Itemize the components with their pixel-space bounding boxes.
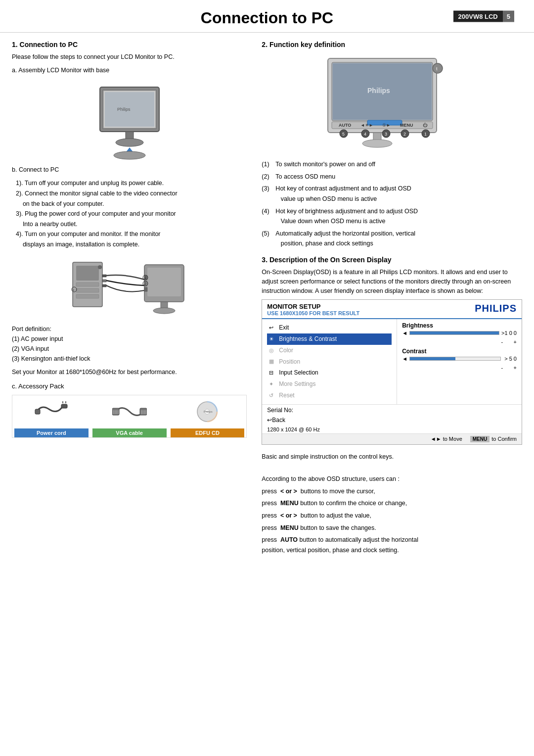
main-content: 1. Connection to PC Please follow the st… (0, 41, 534, 557)
osd-menu-exit: ↩ Exit (267, 322, 392, 333)
accessory-vga-cable: VGA cable (90, 395, 169, 437)
brightness-value: >1 0 0 (501, 330, 517, 336)
svg-text:MENU: MENU (400, 123, 413, 128)
osd-instructions: Basic and simple instruction on the cont… (262, 452, 522, 556)
svg-rect-19 (147, 268, 181, 296)
svg-rect-16 (102, 280, 106, 282)
osd-body: ↩ Exit ☀ Brightness & Contrast ◎ Color ▦… (262, 319, 522, 404)
brightness-icon: ☀ (269, 335, 276, 343)
svg-rect-15 (102, 275, 106, 277)
func-desc-4: Hot key of brightness adjustment and to … (275, 206, 418, 227)
svg-point-8 (114, 151, 145, 159)
power-cord-icon (34, 399, 69, 424)
port-definition: Port definition: (1) AC power input (2) … (12, 324, 247, 364)
connect-label: b. Connect to PC (12, 165, 247, 175)
back-label: ↩Back (267, 417, 285, 424)
accessory-label: c. Accessory Pack (12, 382, 247, 390)
osd-menu-input-selection: ⊟ Input Selection (267, 367, 392, 378)
func-item-5: (5) Automatically adjust the horizontal … (262, 229, 522, 249)
contrast-slider (409, 357, 501, 361)
brightness-pm: - + (402, 339, 517, 345)
reset-icon: ↺ (269, 392, 276, 399)
svg-rect-13 (76, 294, 99, 298)
osd-exit-label: Exit (279, 324, 289, 332)
func-key-svg: Philips t AUTO ◄☀► ①► MENU ⏻ 5 (313, 53, 471, 152)
section2-heading: 2. Function key definition (262, 41, 522, 48)
brightness-left-caret: ◄ (402, 330, 407, 336)
pc-monitor-illustration: 1 2 o (12, 255, 247, 319)
page-header: Connection to PC 200VW8 LCD 5 (0, 0, 534, 33)
func-num-4: (4) (262, 206, 271, 227)
func-item-3: (3) Hot key of contrast adjustment and t… (262, 184, 522, 204)
svg-rect-22 (144, 287, 147, 291)
svg-text:2: 2 (144, 282, 146, 285)
svg-rect-11 (76, 283, 99, 286)
osd-settings-panel: Brightness ◄ >1 0 0 - + Contrast ◄ (397, 319, 522, 404)
svg-point-28 (153, 308, 175, 314)
osd-back: ↩Back (262, 415, 522, 425)
vga-cable-label: VGA cable (92, 428, 167, 437)
osd-menu-more-settings: ✦ More Settings (267, 378, 392, 390)
step-2: 2). Connect the monitor signal cable to … (16, 189, 247, 209)
move-label: ◄► to Move (431, 436, 462, 442)
osd-position-label: Position (279, 358, 300, 366)
contrast-value: > 5 0 (503, 356, 517, 362)
osd-intro: On-Screen Display(OSD) is a feature in a… (262, 268, 522, 295)
osd-footer: ◄► to Move MENU to Confirm (262, 433, 522, 444)
osd-menu-position: ▦ Position (267, 356, 392, 368)
svg-text:①►: ①► (382, 123, 391, 128)
osd-basic-text: Basic and simple instruction on the cont… (262, 452, 522, 462)
input-icon: ⊟ (269, 369, 276, 377)
osd-brand: PHILIPS (475, 303, 517, 314)
edfu-cd-label: EDFU CD (171, 428, 245, 437)
osd-more-label: More Settings (279, 380, 315, 388)
osd-menu-brightness-contrast: ☀ Brightness & Contrast (267, 333, 392, 345)
settings-icon: ✦ (269, 380, 276, 388)
osd-input-label: Input Selection (279, 369, 318, 377)
osd-header: MONITOR SETUP USE 1680X1050 FOR BEST RES… (262, 300, 522, 319)
func-item-4: (4) Hot key of brightness adjustment and… (262, 206, 522, 227)
svg-point-54 (362, 140, 392, 147)
serial-label: Serial No: (267, 407, 293, 414)
monitor-svg: Philips (85, 82, 174, 161)
svg-text:Philips: Philips (367, 87, 390, 94)
section3-heading: 3. Description of the On Screen Display (262, 256, 522, 264)
osd-instr-6: press AUTO button to automatically adjus… (262, 535, 522, 555)
contrast-fill (410, 357, 455, 360)
svg-text:1: 1 (144, 276, 146, 280)
func-num-1: (1) (262, 159, 271, 170)
svg-text:2: 2 (403, 132, 406, 137)
osd-monitor-setup: MONITOR SETUP (267, 303, 359, 310)
func-item-2: (2) To access OSD menu (262, 172, 522, 182)
contrast-left-caret: ◄ (402, 356, 407, 362)
menu-key: MENU (470, 436, 490, 442)
osd-instr-5: press MENU button to save the changes. (262, 523, 522, 533)
osd-display-box: MONITOR SETUP USE 1680X1050 FOR BEST RES… (262, 299, 522, 445)
svg-text:Philips: Philips (117, 107, 131, 112)
step-1: 1). Turn off your computer and unplug it… (16, 178, 247, 189)
osd-color-label: Color (279, 346, 293, 355)
connection-svg: 1 2 o (70, 255, 189, 319)
osd-serial: Serial No: (262, 404, 522, 415)
func-desc-1: To switch monitor's power on and off (275, 159, 375, 170)
osd-instr-2: press < or > buttons to move the cursor, (262, 486, 522, 497)
osd-header-left: MONITOR SETUP USE 1680X1050 FOR BEST RES… (267, 303, 359, 316)
func-num-3: (3) (262, 184, 271, 204)
svg-rect-10 (76, 266, 99, 281)
port-item-1: (1) AC power input (12, 334, 247, 344)
confirm-label: to Confirm (491, 436, 517, 442)
func-desc-3: Hot key of contrast adjustment and to ad… (275, 184, 411, 204)
page-badge: 5 (503, 10, 514, 22)
osd-menu-color: ◎ Color (267, 345, 392, 356)
section1-intro: Please follow the steps to connect your … (12, 52, 247, 62)
accessory-edfu-cd: Philips EDFU CD (169, 395, 247, 437)
section1-heading: 1. Connection to PC (12, 41, 247, 48)
port-item-3: (3) Kensington anti-thief lock (12, 354, 247, 364)
osd-best-result: USE 1680X1050 FOR BEST RESULT (267, 310, 359, 316)
svg-text:4: 4 (364, 132, 366, 137)
osd-resolution: 1280 x 1024 @ 60 Hz (262, 425, 522, 433)
step-3: 3). Plug the power cord of your computer… (16, 209, 247, 229)
svg-text:⏻: ⏻ (423, 123, 428, 128)
svg-text:AUTO: AUTO (339, 123, 351, 128)
osd-footer-confirm: MENU to Confirm (470, 436, 517, 442)
